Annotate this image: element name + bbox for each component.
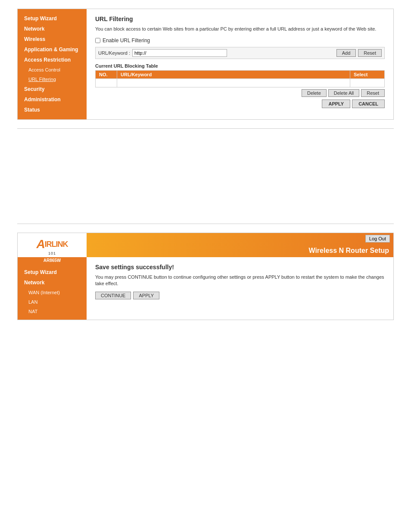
main-content2: Log Out Wireless N Router Setup Save set… [87, 233, 393, 320]
sidebar-item-url-filtering[interactable]: URL Filtering [18, 75, 87, 84]
table-actions: Delete Delete All Reset [95, 89, 385, 97]
content2-body: Save settings successfully! You may pres… [87, 257, 393, 306]
logo-area: A IRLINK 101 [18, 233, 87, 257]
table-row-empty [96, 79, 385, 87]
empty-url [117, 79, 350, 87]
table-reset-button[interactable]: Reset [361, 89, 385, 97]
sidebar-item-status[interactable]: Status [18, 105, 87, 115]
panel2-apply-button[interactable]: APPLY [133, 292, 159, 299]
sidebar2-item-lan[interactable]: LAN [18, 297, 87, 307]
sidebar2-item-setup-wizard[interactable]: Setup Wizard [18, 267, 87, 277]
add-button[interactable]: Add [336, 49, 356, 57]
success-title: Save settings successfully! [95, 264, 385, 271]
logo: A IRLINK [36, 237, 68, 251]
sidebar-item-access-restriction[interactable]: Access Restriction [18, 55, 87, 65]
header-logout: Log Out [87, 233, 393, 244]
logo-sub: 101 [48, 251, 56, 255]
col-select: Select [350, 71, 385, 79]
sidebar-item-setup-wizard[interactable]: Setup Wizard [18, 13, 87, 24]
sidebar: Setup Wizard Network Wireless Applicatio… [18, 9, 87, 119]
table-section-title: Current URL Blocking Table [95, 63, 385, 68]
enable-row: Enable URL Filtering [95, 37, 385, 44]
empty-no [96, 79, 117, 87]
apply-cancel-row: APPLY CANCEL [95, 100, 385, 108]
sidebar2: A IRLINK 101 AR865W Setup Wizard Network… [18, 233, 87, 320]
url-keyword-input[interactable] [132, 49, 227, 57]
url-filtering-panel: Setup Wizard Network Wireless Applicatio… [17, 9, 394, 120]
spacer [0, 133, 411, 219]
page-title: URL Filtering [95, 16, 385, 22]
sidebar2-nav: Setup Wizard Network WAN (Internet) LAN … [18, 264, 87, 320]
continue-button[interactable]: CONTINUE [95, 292, 131, 299]
save-settings-panel: A IRLINK 101 AR865W Setup Wizard Network… [17, 233, 394, 320]
continue-apply-row: CONTINUE APPLY [95, 292, 385, 299]
col-no: NO. [96, 71, 117, 79]
delete-all-button[interactable]: Delete All [328, 89, 359, 97]
enable-url-filtering-checkbox[interactable] [95, 38, 100, 43]
sidebar2-item-network[interactable]: Network [18, 277, 87, 288]
empty-select [350, 79, 385, 87]
enable-label: Enable URL Filtering [103, 37, 150, 44]
reset-input-button[interactable]: Reset [358, 49, 382, 57]
divider1 [17, 128, 394, 129]
logo-irlink: IRLINK [45, 240, 68, 249]
cancel-button[interactable]: CANCEL [352, 100, 385, 108]
main-content: URL Filtering You can block access to ce… [87, 9, 393, 119]
delete-button[interactable]: Delete [302, 89, 327, 97]
sidebar-item-administration[interactable]: Administration [18, 94, 87, 105]
sidebar2-item-nat[interactable]: NAT [18, 307, 87, 316]
logo-a-letter: A [36, 237, 44, 251]
sidebar-item-access-control[interactable]: Access Control [18, 65, 87, 75]
sidebar-item-network[interactable]: Network [18, 24, 87, 34]
apply-button[interactable]: APPLY [322, 100, 350, 108]
header-title: Wireless N Router Setup [87, 244, 393, 257]
divider2 [17, 224, 394, 224]
url-blocking-table: NO. URL/Keyword Select [95, 70, 385, 87]
description: You can block access to certain Web site… [95, 26, 385, 32]
sidebar2-item-wan[interactable]: WAN (Internet) [18, 288, 87, 297]
url-input-row: URL/Keyword : Add Reset [95, 47, 385, 59]
sidebar-item-app-gaming[interactable]: Application & Gaming [18, 44, 87, 55]
col-url: URL/Keyword [117, 71, 350, 79]
success-desc: You may press CONTINUE button to continu… [95, 274, 385, 287]
sidebar-item-wireless[interactable]: Wireless [18, 34, 87, 44]
url-keyword-label: URL/Keyword : [98, 50, 130, 56]
model-badge: AR865W [18, 257, 87, 264]
logout-button[interactable]: Log Out [365, 235, 390, 243]
sidebar-item-security[interactable]: Security [18, 84, 87, 94]
